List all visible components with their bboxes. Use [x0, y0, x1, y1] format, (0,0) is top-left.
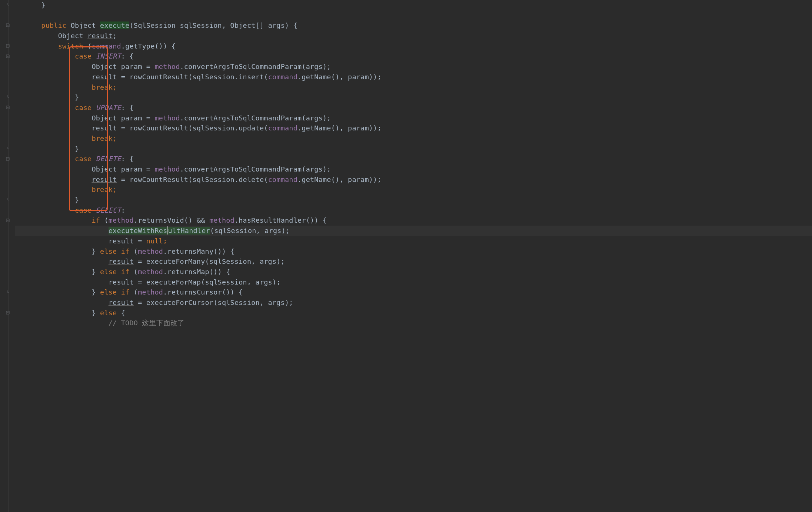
code-line[interactable]: switch (command.getType()) { — [24, 41, 382, 51]
code-line[interactable]: } else if (method.returnsMap()) { — [24, 267, 382, 277]
code-token: // TODO 这里下面改了 — [109, 319, 185, 327]
code-line[interactable]: result = rowCountResult(sqlSession.delet… — [24, 174, 382, 185]
code-token: = executeForCursor(sqlSession, args); — [134, 299, 293, 306]
fold-collapse-icon[interactable] — [6, 106, 10, 110]
fold-collapse-icon[interactable] — [6, 311, 10, 315]
code-line[interactable]: } — [24, 195, 382, 205]
code-token: .hasResultHandler()) { — [234, 216, 327, 224]
code-line[interactable]: result = rowCountResult(sqlSession.updat… — [24, 123, 382, 133]
indent — [24, 206, 75, 214]
code-line[interactable]: case DELETE: { — [24, 154, 382, 164]
indent — [24, 268, 91, 276]
code-token: (SqlSession sqlSession, Object[] args) { — [129, 21, 297, 29]
code-token: : { — [121, 104, 134, 112]
code-line[interactable]: Object param = method.convertArgsToSqlCo… — [24, 61, 382, 72]
code-line[interactable] — [24, 10, 382, 21]
code-token: ( — [134, 247, 138, 255]
code-token: = rowCountResult(sqlSession.update( — [117, 124, 268, 132]
code-line[interactable]: break; — [24, 82, 382, 93]
code-line[interactable]: } — [24, 0, 382, 10]
code-token: } — [91, 309, 100, 317]
indent — [24, 247, 91, 255]
code-token: result — [87, 32, 113, 40]
indent — [24, 227, 109, 235]
code-line[interactable]: Object result; — [24, 31, 382, 41]
fold-end-icon[interactable] — [6, 3, 10, 7]
code-line[interactable]: result = null; — [24, 236, 382, 246]
code-line[interactable]: public Object execute(SqlSession sqlSess… — [24, 20, 382, 31]
fold-collapse-icon[interactable] — [6, 54, 10, 59]
code-token: { — [121, 309, 125, 317]
code-line[interactable]: executeWithResultHandler(sqlSession, arg… — [24, 226, 382, 236]
code-token: else — [100, 309, 121, 317]
indent — [24, 155, 75, 163]
code-token: method — [109, 216, 134, 224]
code-line[interactable]: break; — [24, 184, 382, 195]
code-token: null; — [146, 237, 167, 245]
indent — [24, 278, 109, 286]
code-line[interactable]: case INSERT: { — [24, 51, 382, 61]
code-line[interactable]: if (method.returnsVoid() && method.hasRe… — [24, 215, 382, 226]
code-token: = rowCountResult(sqlSession.delete( — [117, 176, 268, 183]
code-line[interactable]: result = rowCountResult(sqlSession.inser… — [24, 72, 382, 82]
indent — [24, 237, 109, 245]
code-token: getType — [125, 42, 154, 50]
code-token: method — [138, 268, 163, 276]
code-token: .convertArgsToSqlCommandParam(args); — [180, 165, 331, 173]
code-token: Object — [58, 32, 87, 40]
fold-collapse-icon[interactable] — [6, 44, 10, 49]
code-line[interactable]: case SELECT: — [24, 205, 382, 216]
code-token: (sqlSession, args); — [210, 227, 290, 235]
code-line[interactable]: Object param = method.convertArgsToSqlCo… — [24, 113, 382, 123]
code-token: ; — [113, 32, 117, 40]
code-token: } — [91, 247, 100, 255]
code-line[interactable]: Object param = method.convertArgsToSqlCo… — [24, 164, 382, 174]
indent — [24, 124, 91, 132]
code-line[interactable]: case UPDATE: { — [24, 103, 382, 113]
code-token: result — [109, 299, 134, 306]
fold-collapse-icon[interactable] — [6, 219, 10, 223]
code-line[interactable]: } else if (method.returnsMany()) { — [24, 246, 382, 257]
code-line[interactable]: result = executeForMany(sqlSession, args… — [24, 256, 382, 267]
fold-end-icon[interactable] — [6, 95, 10, 100]
fold-end-icon[interactable] — [6, 198, 10, 202]
code-line[interactable]: result = executeForCursor(sqlSession, ar… — [24, 297, 382, 308]
indent — [24, 52, 75, 60]
code-token: execute — [100, 21, 129, 29]
code-token: = — [134, 237, 146, 245]
code-line[interactable]: result = executeForMap(sqlSession, args)… — [24, 277, 382, 287]
code-token: else if — [100, 288, 134, 296]
code-token: result — [109, 257, 134, 265]
fold-end-icon[interactable] — [6, 147, 10, 151]
code-token: = executeForMap(sqlSession, args); — [134, 278, 281, 286]
code-line[interactable]: // TODO 这里下面改了 — [24, 318, 382, 328]
code-token: case — [75, 104, 96, 112]
code-token: ()) { — [155, 42, 176, 50]
code-token: } — [75, 145, 79, 153]
indent — [24, 32, 58, 40]
code-line[interactable]: } — [24, 144, 382, 154]
code-token: case — [75, 155, 96, 163]
indent — [24, 104, 75, 112]
code-line[interactable]: } — [24, 92, 382, 103]
indent — [24, 114, 91, 122]
code-token: result — [91, 124, 117, 132]
fold-end-icon[interactable] — [6, 290, 10, 295]
code-token: ( — [104, 216, 108, 224]
editor-gutter — [0, 0, 15, 512]
code-token: SELECT — [96, 206, 121, 214]
code-token: : { — [121, 52, 134, 60]
code-line[interactable]: } else if (method.returnsCursor()) { — [24, 287, 382, 297]
fold-collapse-icon[interactable] — [6, 157, 10, 162]
code-token: .convertArgsToSqlCommandParam(args); — [180, 114, 331, 122]
indent — [24, 134, 91, 142]
code-editor[interactable]: } public Object execute(SqlSession sqlSe… — [0, 0, 812, 512]
indent — [24, 186, 91, 193]
code-line[interactable]: } else { — [24, 308, 382, 318]
fold-collapse-icon[interactable] — [6, 23, 10, 28]
code-area[interactable]: } public Object execute(SqlSession sqlSe… — [15, 0, 382, 512]
indent — [24, 145, 75, 153]
code-line[interactable]: break; — [24, 133, 382, 144]
indent — [24, 73, 91, 81]
code-token: break; — [91, 186, 117, 193]
